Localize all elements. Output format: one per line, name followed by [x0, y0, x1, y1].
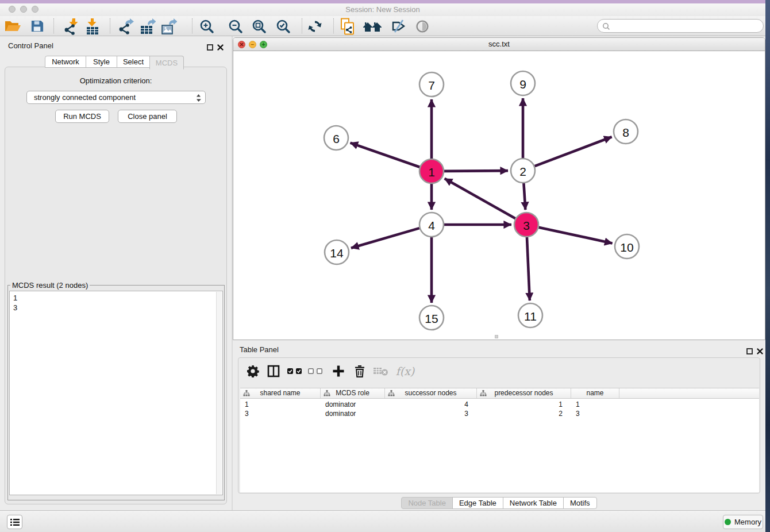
toolbar-separator	[333, 18, 334, 33]
result-scrollbar[interactable]	[216, 292, 222, 494]
mcds-result-area[interactable]: 1 3	[9, 291, 223, 495]
svg-text:3: 3	[523, 219, 530, 232]
import-table-icon[interactable]	[83, 18, 102, 34]
edge-2-8[interactable]	[535, 137, 612, 166]
graph-node-10[interactable]: 10	[615, 234, 639, 259]
edge-3-10[interactable]	[538, 228, 612, 244]
tab-node-table[interactable]: Node Table	[401, 497, 453, 509]
hide-labels-icon[interactable]	[388, 18, 408, 34]
delete-column-icon[interactable]	[351, 363, 368, 380]
list-icon	[10, 518, 20, 526]
graph-node-14[interactable]: 14	[325, 240, 349, 264]
tab-edge-table[interactable]: Edge Table	[452, 497, 503, 509]
graph-node-9[interactable]: 9	[511, 71, 535, 95]
table-cell: 1	[571, 400, 619, 409]
mac-titlebar: Session: New Session	[0, 3, 765, 16]
tab-network[interactable]: Network	[45, 56, 86, 68]
graph-node-11[interactable]: 11	[518, 303, 542, 327]
float-table-panel-icon[interactable]	[746, 346, 753, 357]
svg-text:7: 7	[428, 79, 435, 92]
tab-motifs[interactable]: Motifs	[563, 497, 597, 509]
run-mcds-button[interactable]: Run MCDS	[55, 110, 109, 123]
update-view-icon[interactable]	[305, 18, 325, 34]
edge-3-11[interactable]	[527, 237, 530, 300]
search-box	[597, 19, 764, 33]
network-window-titlebar: ✕ − + scc.txt	[233, 38, 765, 51]
toolbar-separator	[53, 18, 54, 33]
table-row[interactable]: 3dominator323	[240, 409, 759, 418]
optimization-criterion-label: Optimization criterion:	[5, 76, 226, 85]
table-panel-title: Table Panel	[240, 345, 279, 354]
graph-node-2[interactable]: 2	[511, 159, 535, 183]
edge-3-1[interactable]	[445, 179, 515, 218]
save-session-icon[interactable]	[27, 18, 47, 34]
close-panel-icon[interactable]	[217, 43, 224, 53]
graph-node-1[interactable]: 1	[419, 159, 444, 183]
export-image-icon[interactable]	[159, 18, 179, 34]
open-session-icon[interactable]	[3, 18, 22, 34]
toggle-birds-eye-view-icon[interactable]	[413, 18, 432, 34]
settings-gear-icon[interactable]	[244, 363, 261, 380]
edge-1-6[interactable]	[351, 143, 420, 167]
export-network-icon[interactable]	[116, 18, 136, 34]
tab-select[interactable]: Select	[117, 56, 150, 68]
desktop-wallpaper-strip	[765, 0, 770, 532]
add-column-icon[interactable]	[330, 363, 347, 380]
tab-mcds[interactable]: MCDS	[149, 56, 184, 70]
zoom-out-icon[interactable]	[226, 18, 245, 34]
zoom-fit-icon[interactable]	[249, 18, 269, 34]
graph-node-6[interactable]: 6	[324, 126, 348, 150]
graph-node-4[interactable]: 4	[419, 213, 444, 237]
table-cell: 3	[571, 409, 619, 418]
svg-text:15: 15	[425, 312, 438, 325]
show-column-icon[interactable]	[265, 363, 282, 380]
task-history-button[interactable]	[7, 515, 22, 529]
clone-network-icon[interactable]	[338, 18, 357, 34]
table-cell: 3	[240, 409, 321, 418]
table-row[interactable]: 1dominator411	[240, 400, 759, 409]
svg-text:2: 2	[519, 165, 526, 178]
show-all-networks-icon[interactable]	[363, 18, 382, 34]
criterion-dropdown[interactable]: strongly connected component	[26, 91, 206, 104]
column-header-successor-nodes[interactable]: successor nodes	[385, 388, 477, 398]
graph-node-7[interactable]: 7	[419, 72, 444, 97]
network-graph: 1234678910111415	[233, 51, 765, 340]
zoom-in-icon[interactable]	[197, 18, 217, 34]
network-resize-handle[interactable]	[495, 335, 498, 338]
toolbar-separator	[192, 18, 192, 33]
float-panel-icon[interactable]	[207, 43, 213, 53]
table-cell: 4	[385, 400, 477, 409]
export-table-icon[interactable]	[138, 18, 157, 34]
table-tabs: Node TableEdge TableNetwork TableMotifs	[233, 497, 765, 509]
tab-style[interactable]: Style	[86, 56, 117, 68]
column-header-MCDS-role[interactable]: MCDS role	[321, 388, 385, 398]
control-panel-title: Control Panel	[8, 41, 53, 50]
column-header-name[interactable]: name	[571, 388, 619, 398]
deselect-all-checkboxes-icon[interactable]	[306, 363, 324, 380]
edge-4-14[interactable]	[351, 228, 419, 248]
zoom-selected-icon[interactable]	[274, 18, 293, 34]
svg-text:11: 11	[524, 310, 537, 323]
network-canvas[interactable]: 1234678910111415	[233, 51, 765, 340]
column-header-shared-name[interactable]: shared name	[240, 388, 321, 398]
main-toolbar	[0, 16, 765, 36]
graph-node-3[interactable]: 3	[514, 213, 538, 237]
window-title: Session: New Session	[0, 3, 765, 16]
table-cell: dominator	[321, 400, 385, 409]
edge-2-3[interactable]	[523, 183, 525, 210]
tab-network-table[interactable]: Network Table	[503, 497, 564, 509]
node-table: shared nameMCDS rolesuccessor nodesprede…	[240, 388, 759, 492]
search-input[interactable]	[613, 20, 760, 32]
close-table-panel-icon[interactable]	[757, 346, 763, 357]
graph-node-15[interactable]: 15	[419, 306, 444, 330]
edge-1-2[interactable]	[444, 171, 508, 171]
column-header-predecessor-nodes[interactable]: predecessor nodes	[477, 388, 571, 398]
select-all-checkboxes-icon[interactable]	[286, 363, 303, 380]
mcds-panel: Optimization criterion: strongly connect…	[5, 67, 227, 504]
close-panel-button[interactable]: Close panel	[118, 110, 177, 123]
memory-button[interactable]: Memory	[723, 515, 763, 529]
table-header-row: shared nameMCDS rolesuccessor nodesprede…	[240, 388, 759, 399]
graph-node-8[interactable]: 8	[614, 119, 638, 144]
control-panel-tabs: NetworkStyleSelectMCDS	[45, 56, 184, 70]
import-network-icon[interactable]	[61, 18, 81, 34]
